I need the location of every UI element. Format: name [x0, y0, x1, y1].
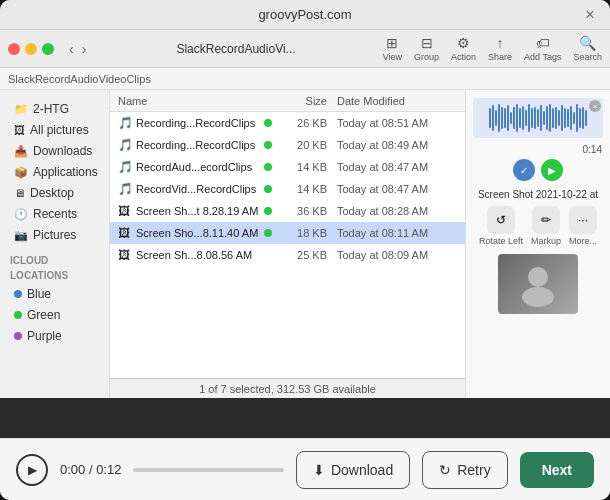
tags-section: Blue Green Purple — [0, 284, 109, 346]
action-control[interactable]: ⚙ Action — [451, 35, 476, 62]
file-date: Today at 08:11 AM — [327, 227, 457, 239]
markup-action[interactable]: ✏ Markup — [531, 206, 561, 246]
next-label: Next — [542, 462, 572, 478]
finder-toolbar: ‹ › SlackRecordAudioVi... ⊞ View ⊟ Group… — [0, 30, 610, 68]
green-dot — [14, 311, 22, 319]
tag-blue[interactable]: Blue — [4, 284, 105, 304]
file-rows: 🎵 Recording...RecordClips 26 KB Today at… — [110, 112, 465, 378]
sidebar-item-pictures[interactable]: 📷 Pictures — [4, 225, 105, 245]
file-icon: 🖼 — [118, 204, 132, 218]
file-size: 14 KB — [272, 183, 327, 195]
group-icon: ⊟ — [421, 35, 433, 51]
tag-label: Purple — [27, 329, 62, 343]
sync-status-dot — [264, 141, 272, 149]
file-icon: 🎵 — [118, 116, 132, 130]
sidebar-item-allpictures[interactable]: 🖼 All pictures — [4, 120, 105, 140]
sync-status-dot — [264, 119, 272, 127]
preview-playback-controls: ✓ ▶ — [513, 159, 563, 181]
table-row[interactable]: 🎵 RecordVid...RecordClips 14 KB Today at… — [110, 178, 465, 200]
table-row[interactable]: 🖼 Screen Sho...8.11.40 AM 18 KB Today at… — [110, 222, 465, 244]
search-label: Search — [573, 52, 602, 62]
rotate-action[interactable]: ↺ Rotate Left — [479, 206, 523, 246]
table-row[interactable]: 🎵 RecordAud...ecordClips 14 KB Today at … — [110, 156, 465, 178]
finder-title: SlackRecordAudioVi... — [97, 42, 374, 56]
sidebar-item-desktop[interactable]: 🖥 Desktop — [4, 183, 105, 203]
more-action[interactable]: ··· More... — [569, 206, 597, 246]
back-button[interactable]: ‹ — [66, 39, 77, 59]
retry-button[interactable]: ↻ Retry — [422, 451, 507, 489]
table-row[interactable]: 🖼 Screen Sh...t 8.28.19 AM 36 KB Today a… — [110, 200, 465, 222]
file-icon: 🖼 — [118, 248, 132, 262]
preview-panel: × 0:14 ✓ ▶ Screen Shot 2021-10-22 at ↺ R… — [465, 90, 610, 398]
title-bar: groovyPost.com × — [0, 0, 610, 30]
table-row[interactable]: 🎵 Recording...RecordClips 20 KB Today at… — [110, 134, 465, 156]
more-label: More... — [569, 236, 597, 246]
tag-label: Blue — [27, 287, 51, 301]
progress-bar[interactable] — [133, 468, 283, 472]
sidebar: 📁 2-HTG 🖼 All pictures 📥 Downloads 📦 App… — [0, 90, 110, 398]
forward-button[interactable]: › — [79, 39, 90, 59]
file-name: Screen Sh...t 8.28.19 AM — [136, 205, 260, 217]
traffic-light-minimize[interactable] — [25, 43, 37, 55]
file-name: RecordVid...RecordClips — [136, 183, 260, 195]
add-tags-control[interactable]: 🏷 Add Tags — [524, 35, 561, 62]
tag-purple[interactable]: Purple — [4, 326, 105, 346]
play-button[interactable]: ▶ — [16, 454, 48, 486]
traffic-light-close[interactable] — [8, 43, 20, 55]
action-icon: ⚙ — [457, 35, 470, 51]
search-icon: 🔍 — [579, 35, 596, 51]
traffic-light-maximize[interactable] — [42, 43, 54, 55]
finder-main: 📁 2-HTG 🖼 All pictures 📥 Downloads 📦 App… — [0, 90, 610, 398]
sidebar-item-label: Recents — [33, 207, 77, 221]
tag-icon: 🏷 — [536, 35, 550, 51]
next-button[interactable]: Next — [520, 452, 594, 488]
tag-label: Green — [27, 308, 60, 322]
status-text: 1 of 7 selected, 312.53 GB available — [199, 383, 376, 395]
time-display: 0:00 / 0:12 — [60, 462, 121, 477]
purple-dot — [14, 332, 22, 340]
waveform-visualization — [485, 98, 591, 138]
table-row[interactable]: 🎵 Recording...RecordClips 26 KB Today at… — [110, 112, 465, 134]
svg-point-0 — [528, 267, 548, 287]
view-label: View — [383, 52, 402, 62]
table-row[interactable]: 🖼 Screen Sh...8.08.56 AM 25 KB Today at … — [110, 244, 465, 266]
file-date: Today at 08:51 AM — [327, 117, 457, 129]
nav-arrows: ‹ › — [66, 39, 89, 59]
modal-window: groovyPost.com × ‹ › SlackRecordAudioVi.… — [0, 0, 610, 500]
file-icon: 🖼 — [118, 226, 132, 240]
file-date: Today at 08:28 AM — [327, 205, 457, 217]
sidebar-item-2htg[interactable]: 📁 2-HTG — [4, 99, 105, 119]
preview-play-button[interactable]: ▶ — [541, 159, 563, 181]
preview-checkmark-button[interactable]: ✓ — [513, 159, 535, 181]
play-icon: ▶ — [28, 463, 37, 477]
sidebar-item-applications[interactable]: 📦 Applications — [4, 162, 105, 182]
sidebar-item-label: Applications — [33, 165, 98, 179]
sidebar-item-downloads[interactable]: 📥 Downloads — [4, 141, 105, 161]
view-icon: ⊞ — [386, 35, 398, 51]
action-label: Action — [451, 52, 476, 62]
preview-waveform: × — [473, 98, 603, 138]
close-button[interactable]: × — [582, 7, 598, 23]
share-control[interactable]: ↑ Share — [488, 35, 512, 62]
preview-close-button[interactable]: × — [589, 100, 601, 112]
download-button[interactable]: ⬇ Download — [296, 451, 410, 489]
sync-status-dot — [264, 207, 272, 215]
file-date: Today at 08:49 AM — [327, 139, 457, 151]
tag-green[interactable]: Green — [4, 305, 105, 325]
preview-filename: Screen Shot 2021-10-22 at — [478, 189, 598, 200]
finder-window: ‹ › SlackRecordAudioVi... ⊞ View ⊟ Group… — [0, 30, 610, 398]
sync-status-dot — [264, 185, 272, 193]
file-size: 25 KB — [272, 249, 327, 261]
pic-icon: 📷 — [14, 229, 28, 242]
share-label: Share — [488, 52, 512, 62]
search-control[interactable]: 🔍 Search — [573, 35, 602, 62]
sidebar-item-recents[interactable]: 🕐 Recents — [4, 204, 105, 224]
retry-label: Retry — [457, 462, 490, 478]
group-control[interactable]: ⊟ Group — [414, 35, 439, 62]
thumbnail-image — [498, 254, 578, 314]
locations-header: Locations — [0, 268, 109, 283]
sync-status-dot — [264, 163, 272, 171]
sync-status-dot — [264, 229, 272, 237]
downloads-icon: 📥 — [14, 145, 28, 158]
view-control[interactable]: ⊞ View — [383, 35, 402, 62]
